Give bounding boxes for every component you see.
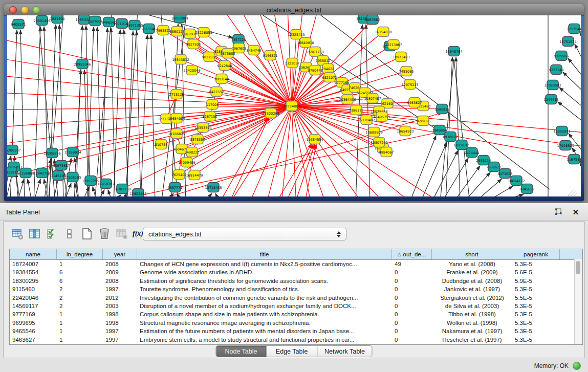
table-cell: 1997: [103, 285, 137, 293]
select-all-icon[interactable]: [46, 227, 59, 240]
function-builder-icon[interactable]: f(x): [133, 230, 143, 238]
svg-text:9821072: 9821072: [322, 76, 337, 80]
svg-text:8454749: 8454749: [247, 49, 262, 53]
table-settings-icon[interactable]: [11, 227, 24, 240]
svg-text:7963822: 7963822: [156, 29, 171, 33]
show-columns-icon[interactable]: [28, 227, 41, 240]
svg-text:20591406: 20591406: [33, 19, 50, 23]
table-cell: 5.3E-5: [512, 285, 560, 293]
svg-text:16543812: 16543812: [172, 58, 189, 62]
svg-text:62160: 62160: [382, 102, 393, 106]
svg-text:16971355: 16971355: [126, 24, 143, 28]
window-title-bar[interactable]: citations_edges.txt: [4, 4, 584, 16]
south-panel: Table Panel ✕: [0, 203, 588, 372]
delete-table-icon[interactable]: [115, 227, 128, 240]
table-cell: Wolkin et al. (1998): [432, 319, 512, 327]
svg-text:7625402: 7625402: [172, 173, 187, 177]
svg-text:9227349: 9227349: [549, 68, 564, 72]
tab-edge-table[interactable]: Edge Table: [267, 346, 317, 357]
vertical-scrollbar[interactable]: [574, 259, 582, 344]
table-cell: Dudbridge et al. (2008): [432, 277, 512, 285]
table-tabs: Node TableEdge TableNetwork Table: [215, 345, 373, 357]
table-selector-dropdown[interactable]: citations_edges.txt: [143, 228, 346, 240]
column-header-short[interactable]: short: [432, 249, 512, 259]
svg-text:18107554: 18107554: [153, 143, 169, 147]
delete-column-icon[interactable]: [98, 227, 111, 240]
column-header-pagerank[interactable]: pagerank: [512, 249, 560, 259]
svg-text:11156869: 11156869: [17, 171, 34, 176]
svg-text:9857771: 9857771: [168, 186, 183, 190]
table-cell: 9699695: [10, 319, 57, 327]
column-header-outde[interactable]: △out_de...: [392, 249, 432, 259]
column-header-year[interactable]: year: [103, 249, 137, 259]
minimize-window-button[interactable]: [21, 6, 29, 14]
svg-text:9790443: 9790443: [308, 69, 323, 73]
column-header-name[interactable]: name: [10, 249, 57, 259]
zoom-window-button[interactable]: [33, 6, 40, 14]
table-cell: 6: [57, 268, 103, 276]
svg-text:17359924: 17359924: [64, 150, 81, 155]
scrollbar-thumb[interactable]: [576, 261, 580, 274]
svg-text:794028: 794028: [322, 67, 335, 71]
svg-text:18724007: 18724007: [283, 104, 300, 108]
svg-text:2935114: 2935114: [476, 159, 491, 163]
svg-text:7632621: 7632621: [487, 165, 502, 169]
svg-text:2087682: 2087682: [365, 18, 380, 22]
svg-text:1167533: 1167533: [567, 158, 581, 162]
table-cell: Embryonic stem cells: a model to study s…: [137, 336, 392, 344]
svg-text:9405571: 9405571: [11, 23, 26, 27]
table-cell: 5.6E-5: [512, 268, 560, 276]
svg-text:12505195: 12505195: [64, 176, 81, 180]
table-cell: 0: [392, 302, 432, 310]
table-row[interactable]: 911546021997Tourette syndrome. Phenomeno…: [10, 285, 582, 293]
window-title: citations_edges.txt: [267, 6, 322, 14]
clear-selection-icon[interactable]: [63, 227, 76, 240]
table-row[interactable]: 1830029562008Estimation of significance …: [10, 277, 582, 285]
table-row[interactable]: 946554611997Estimation of the future num…: [10, 327, 582, 335]
network-canvas[interactable]: 9405571205914061841304106532871527607646…: [7, 15, 581, 196]
table-row[interactable]: 1938455462009Genome-wide association stu…: [10, 268, 582, 276]
table-cell: 9777169: [10, 310, 57, 318]
svg-text:1244413: 1244413: [544, 98, 559, 102]
network-window[interactable]: citations_edges.txt 94055712059140618413…: [4, 4, 584, 201]
table-cell: 9115460: [10, 285, 57, 293]
table-cell: 1: [57, 336, 103, 344]
column-header-indegree[interactable]: in_degree: [57, 249, 103, 259]
table-row[interactable]: 1456911722003Disruption of a novel membe…: [10, 302, 582, 310]
table-body: 1872400712008Changes of HCN gene express…: [10, 260, 582, 344]
table-panel-body: f(x) citations_edges.txt namein_degreeye…: [3, 221, 585, 358]
close-panel-icon[interactable]: ✕: [571, 207, 581, 217]
tab-network-table[interactable]: Network Table: [317, 346, 372, 357]
table-cell: Investigating the contribution of common…: [137, 294, 392, 302]
table-row[interactable]: 946362711997Embryonic stem cells: a mode…: [10, 336, 582, 344]
table-cell: 1: [57, 319, 103, 327]
svg-text:1145190: 1145190: [51, 174, 66, 178]
tab-node-table[interactable]: Node Table: [216, 346, 267, 357]
new-column-icon[interactable]: [80, 227, 94, 240]
table-cell: 2003: [103, 302, 137, 310]
svg-text:8471626: 8471626: [498, 172, 513, 176]
table-row[interactable]: 2242004622012Investigating the contribut…: [10, 294, 582, 302]
close-window-button[interactable]: [9, 6, 17, 14]
table-cell: Tibbo et al. (1998): [432, 310, 512, 318]
svg-text:9699695: 9699695: [416, 119, 431, 123]
svg-text:14353594: 14353594: [194, 126, 211, 130]
table-cell: 2: [57, 285, 103, 293]
table-cell: Tourette syndrome. Phenomenology and cla…: [137, 285, 392, 293]
table-cell: 2008: [103, 260, 137, 268]
table-row[interactable]: 1872400712008Changes of HCN gene express…: [10, 260, 582, 268]
svg-text:10807487: 10807487: [364, 97, 381, 101]
table-cell: Changes of HCN gene expression and I(f) …: [137, 260, 392, 268]
column-header-title[interactable]: title: [137, 249, 392, 259]
table-cell: Genome-wide association studies in ADHD.: [137, 268, 392, 276]
table-cell: 0: [392, 319, 432, 327]
table-row[interactable]: 977716911998Corpus callosum shape and si…: [10, 310, 582, 318]
table-cell: Estimation of significance thresholds fo…: [137, 277, 392, 285]
table-cell: 0: [392, 285, 432, 293]
table-row[interactable]: 969969511998Structural magnetic resonanc…: [10, 319, 582, 327]
svg-text:23226058: 23226058: [195, 31, 212, 35]
table-cell: 5.3E-5: [512, 336, 560, 344]
float-panel-icon[interactable]: [553, 207, 563, 217]
table-cell: 19384554: [10, 268, 57, 276]
table-cell: 5.3E-5: [512, 310, 560, 318]
